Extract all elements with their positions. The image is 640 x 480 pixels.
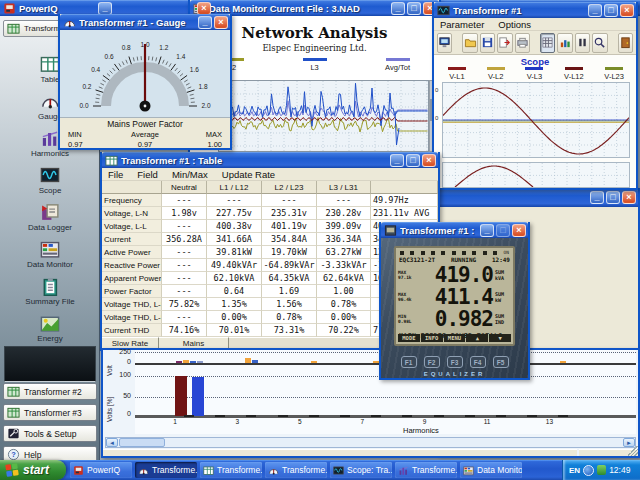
open-button[interactable] <box>462 33 477 53</box>
scope-view-button[interactable] <box>540 33 555 53</box>
table-cell: 336.34A <box>317 233 371 246</box>
sidebar-item-scope[interactable]: Scope <box>0 165 100 195</box>
background-window-close-button[interactable]: × <box>622 191 636 204</box>
axis-dash <box>278 415 288 417</box>
gauge-close-button[interactable]: × <box>214 16 228 29</box>
taskbar-button-data-monitor[interactable]: Data Monitor <box>460 462 522 478</box>
gauge-minimize-button[interactable]: _ <box>198 16 212 29</box>
print-button[interactable] <box>515 33 530 53</box>
axis-dash <box>527 415 537 417</box>
lcd-soft-button-arrow[interactable]: ▼ <box>489 334 511 342</box>
sidebar-button-transformer-3[interactable]: Transformer #3 <box>3 404 97 421</box>
lcd-dot <box>431 251 435 255</box>
lcd-soft-button-arrow[interactable]: ▲ <box>466 334 488 342</box>
background-window-minimize-button[interactable]: _ <box>590 191 604 204</box>
table-cell: 0.64 <box>207 285 262 298</box>
scroll-left-arrow[interactable]: ◄ <box>106 438 118 447</box>
taskbar-button-transforme-[interactable]: Transforme... <box>395 462 457 478</box>
lcd-reading-row: MAX97.1k419.0SUMkVA <box>398 264 511 286</box>
harmonics-statusbar <box>103 449 638 456</box>
svg-text:1.4: 1.4 <box>176 53 185 60</box>
harmonics-xtick: 11 <box>480 418 494 425</box>
language-indicator[interactable]: EN <box>569 466 580 475</box>
background-window-titlebar[interactable]: _ □ × <box>439 188 638 207</box>
table-maximize-button[interactable]: □ <box>406 154 420 167</box>
harmonics-scrollbar[interactable]: ◄ ► <box>105 437 636 448</box>
lcd-soft-button-info[interactable]: INFO <box>421 334 443 342</box>
sidebar-item-summary-file[interactable]: Summary File <box>0 276 100 306</box>
table-cell: --- <box>207 194 262 207</box>
start-button[interactable]: start <box>0 460 66 480</box>
menu-item-file[interactable]: File <box>108 169 123 180</box>
data-monitor-minimize-button[interactable]: _ <box>391 2 405 15</box>
lcd-soft-button-menu[interactable]: MENU <box>444 334 466 342</box>
export-button[interactable] <box>497 33 512 53</box>
lcd-dot <box>410 251 414 255</box>
lcd-soft-button-mode[interactable]: MODE <box>398 334 420 342</box>
setup-button[interactable] <box>557 33 572 53</box>
scope-icon <box>38 165 62 185</box>
sidebar-item-label: Scope <box>0 186 100 195</box>
harmonics-scroll-thumb[interactable] <box>119 438 165 447</box>
meter-fkey-f4[interactable]: F4 <box>470 356 486 368</box>
table-window-titlebar[interactable]: Transformer #1 : Table _ □ × <box>102 152 438 168</box>
taskbar-button-poweriq[interactable]: PowerIQ <box>70 462 132 478</box>
meter-fkey-f1[interactable]: F1 <box>401 356 417 368</box>
menu-item-parameter[interactable]: Parameter <box>440 19 484 30</box>
menu-item-update-rate[interactable]: Update Rate <box>222 169 275 180</box>
meter-fkey-f3[interactable]: F3 <box>447 356 463 368</box>
zoom-button[interactable] <box>592 33 607 53</box>
tray-language-icon[interactable] <box>583 465 594 476</box>
table-cell: 356.28A <box>162 233 207 246</box>
save-button[interactable] <box>480 33 495 53</box>
tray-app-icon[interactable] <box>597 465 606 475</box>
sidebar-button-transformer-2[interactable]: Transformer #2 <box>3 383 97 400</box>
remote-close-button[interactable]: × <box>512 224 526 237</box>
scope-maximize-button[interactable]: □ <box>604 4 618 17</box>
taskbar-button-label: Transforme... <box>412 465 457 475</box>
sidebar-item-energy[interactable]: Energy <box>0 313 100 343</box>
menu-item-field[interactable]: Field <box>137 169 158 180</box>
taskbar-button-label: Scope: Tra... <box>347 465 392 475</box>
menu-item-options[interactable]: Options <box>498 19 531 30</box>
gauge-max-label: MAX <box>206 130 222 139</box>
meter-fkey-f2[interactable]: F2 <box>424 356 440 368</box>
table-cell: --- <box>262 194 317 207</box>
taskbar-button-label: Transforme... <box>217 465 262 475</box>
harmonics-ytick: 250 <box>109 348 131 355</box>
taskbar-button-scope-tra-[interactable]: Scope: Tra... <box>330 462 392 478</box>
sidebar-item-label: Summary File <box>0 297 100 306</box>
remote-minimize-button[interactable]: _ <box>480 224 494 237</box>
scope-window-titlebar[interactable]: Transformer #1 _ □ × <box>434 2 636 18</box>
device-button[interactable] <box>437 33 452 53</box>
sidebar-item-data-logger[interactable]: Data Logger <box>0 202 100 232</box>
resize-grip[interactable] <box>628 446 638 456</box>
monitor-waveform-svg <box>219 81 428 151</box>
lcd-dot <box>421 251 425 255</box>
harmonic-bar <box>560 361 566 363</box>
table-window-icon <box>105 154 118 167</box>
table-minimize-button[interactable]: _ <box>390 154 404 167</box>
taskbar-button-transforme-[interactable]: Transforme... <box>200 462 262 478</box>
windows-logo-icon <box>4 462 20 478</box>
legend-item-v-l1: V-L1 <box>448 67 466 81</box>
remote-maximize-button[interactable]: □ <box>496 224 510 237</box>
scope-minimize-button[interactable]: _ <box>588 4 602 17</box>
taskbar-button-transforme-[interactable]: Transforme... <box>135 462 197 478</box>
table-icon <box>105 154 118 167</box>
taskbar-button-transforme-[interactable]: Transforme... <box>265 462 327 478</box>
lcd-reading-row: MAX96.4k411.4SUMkW <box>398 286 511 308</box>
sidebar-button-tools-setup[interactable]: Tools & Setup <box>3 425 97 442</box>
data-monitor-restore-button[interactable]: □ <box>407 2 421 15</box>
table-close-button[interactable]: × <box>422 154 436 167</box>
background-window-maximize-button[interactable]: □ <box>606 191 620 204</box>
meter-fkey-f5[interactable]: F5 <box>493 356 509 368</box>
gauge-window-titlebar[interactable]: Transformer #1 - Gauge _ × <box>60 14 230 30</box>
sidebar-item-data-monitor[interactable]: Data Monitor <box>0 239 100 269</box>
scope-close-button[interactable]: × <box>620 4 634 17</box>
pause-button[interactable] <box>575 33 590 53</box>
menu-item-min-max[interactable]: Min/Max <box>172 169 208 180</box>
exit-button[interactable] <box>618 33 633 53</box>
harmonics-xtick: 13 <box>542 418 556 425</box>
remote-display-titlebar[interactable]: Transformer #1 : Re... _ □ × <box>381 222 528 238</box>
